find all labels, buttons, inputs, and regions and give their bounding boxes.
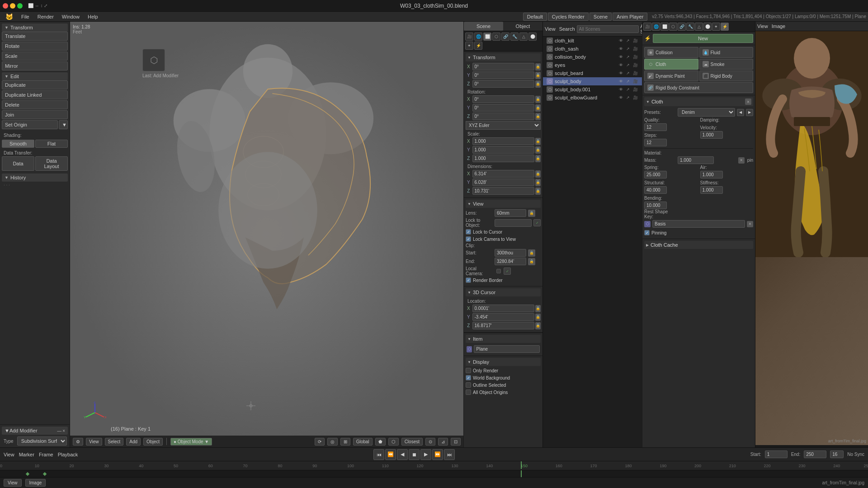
mass-close[interactable]: × — [738, 157, 745, 164]
outliner-eye-0[interactable]: 👁 — [618, 38, 624, 44]
playhead[interactable] — [521, 461, 522, 469]
prop-tab-modifiers[interactable]: 🔧 — [510, 33, 519, 41]
outliner-item-eyes[interactable]: ⬡ eyes 👁 ↗ 🎥 — [543, 61, 642, 69]
presets-next[interactable]: ▶ — [746, 109, 753, 116]
timeline-frame-label[interactable]: Frame — [39, 452, 53, 457]
outliner-item-sculpt-body-001[interactable]: ⬡ sculpt_body.001 👁 ↗ 🎥 — [543, 85, 642, 94]
render-border-check[interactable] — [466, 277, 471, 283]
jump-end-button[interactable]: ⏭ — [444, 449, 455, 460]
add-modifier-header[interactable]: ▼ Add Modifier — × — [2, 427, 68, 435]
outliner-item-sculpt-beard[interactable]: ⬡ sculpt_beard 👁 ↗ 🎥 — [543, 69, 642, 77]
phys-tab-10[interactable]: ⚡ — [721, 23, 729, 31]
minimize-button[interactable] — [10, 3, 15, 9]
step-forward-button[interactable]: ⏩ — [432, 449, 443, 460]
lock-camera-check[interactable] — [466, 236, 471, 242]
outliner-cursor-6[interactable]: ↗ — [625, 86, 631, 93]
reverse-play-button[interactable]: ◀ — [397, 449, 408, 460]
outliner-item-sculpt-elbow[interactable]: ⬡ sculpt_elbowGuard 👁 ↗ 🎥 — [543, 94, 642, 102]
outliner-cursor-5[interactable]: ↗ — [625, 78, 631, 84]
scale-x-input[interactable] — [472, 137, 534, 145]
jump-start-button[interactable]: ⏮ — [373, 449, 384, 460]
prop-tab-object[interactable]: ⬡ — [492, 33, 500, 41]
phys-tab-5[interactable]: 🔗 — [678, 23, 686, 31]
rot-y-input[interactable] — [472, 104, 534, 112]
outliner-eye-5[interactable]: 👁 — [618, 78, 624, 84]
scene-tab[interactable]: Scene — [464, 22, 503, 31]
only-render-check[interactable] — [466, 368, 471, 373]
blender-logo[interactable]: 🐱 — [2, 12, 17, 21]
loc-x-input[interactable] — [472, 63, 534, 70]
rest-shape-close[interactable]: × — [747, 221, 753, 227]
cursor-z-input[interactable] — [472, 322, 534, 329]
flat-button[interactable]: Flat — [35, 140, 68, 148]
dim-z-input[interactable] — [472, 187, 534, 195]
prop-tab-particles[interactable]: ✦ — [465, 42, 473, 50]
prop-tab-constraints[interactable]: 🔗 — [501, 33, 509, 41]
phys-tab-1[interactable]: 🎥 — [643, 23, 651, 31]
dim-x-input[interactable] — [472, 170, 534, 178]
rigid-body-constraint-button[interactable]: 🔗 Rigid Body Constraint — [644, 82, 753, 93]
outliner-cursor-3[interactable]: ↗ — [625, 62, 631, 68]
viewport-object-button[interactable]: Object — [143, 438, 163, 446]
play-button[interactable]: ▶ — [420, 449, 431, 460]
edit-header[interactable]: Edit — [2, 72, 68, 80]
local-camera-check[interactable]: ✓ — [504, 267, 511, 275]
outliner-cursor-0[interactable]: ↗ — [625, 38, 631, 44]
layout-selector[interactable]: Default — [523, 13, 547, 21]
loc-x-lock[interactable]: 🔒 — [535, 63, 541, 70]
outliner-render-1[interactable]: 🎥 — [632, 46, 638, 52]
scene-selector[interactable]: Scene — [590, 13, 612, 21]
local-camera-box[interactable] — [496, 269, 501, 273]
set-origin-button[interactable]: Set Origin — [2, 120, 58, 129]
cursor-x-input[interactable] — [472, 305, 534, 312]
delete-button[interactable]: Delete — [2, 100, 68, 109]
stiffness-input[interactable] — [700, 186, 723, 194]
presets-prev[interactable]: ◀ — [737, 109, 744, 116]
closest-button[interactable]: Closest — [401, 438, 423, 446]
start-frame-input[interactable] — [765, 450, 788, 458]
rot-x-input[interactable] — [472, 95, 534, 103]
rest-shape-input[interactable] — [652, 220, 745, 228]
scale-x-lock[interactable]: 🔒 — [535, 138, 541, 145]
viewport-icon-1[interactable]: ⟳ — [315, 438, 325, 446]
viewport-canvas[interactable]: Ins: 1.28 Feet ⬡ Last: Add Modifier — [70, 22, 463, 447]
timeline-view-label[interactable]: View — [4, 452, 14, 457]
stop-button[interactable]: ⏹ — [409, 449, 420, 460]
phys-tab-6[interactable]: 🔧 — [686, 23, 694, 31]
dim-z-lock[interactable]: 🔒 — [535, 188, 541, 195]
new-physics-button[interactable]: New — [653, 34, 753, 43]
phys-tab-7[interactable]: △ — [695, 23, 703, 31]
rigid-body-button[interactable]: ⬛ Rigid Body — [699, 70, 754, 81]
scale-y-input[interactable] — [472, 146, 534, 154]
anim-player[interactable]: Anim Player — [613, 13, 647, 21]
outliner-item-cloth-kilt[interactable]: ⬡ cloth_kilt 👁 ↗ 🎥 — [543, 37, 642, 45]
outliner-search-input[interactable] — [577, 25, 639, 33]
scale-z-input[interactable] — [472, 155, 534, 162]
viewport-icon-7[interactable]: ⊡ — [451, 438, 461, 446]
smooth-button[interactable]: Smooth — [2, 140, 34, 148]
prop-tab-render[interactable]: 🎥 — [465, 33, 473, 41]
prop-tab-physics[interactable]: ⚡ — [474, 42, 482, 50]
structural-input[interactable] — [644, 186, 667, 194]
prop-tab-materials[interactable]: ⚪ — [528, 33, 537, 41]
timeline-track[interactable] — [0, 470, 868, 477]
fluid-button[interactable]: 💧 Fluid — [699, 47, 754, 58]
viewport-icon-2[interactable]: ◎ — [327, 438, 338, 446]
viewport-icon-4[interactable]: ⬟ — [375, 438, 386, 446]
viewport-add-button[interactable]: Add — [126, 438, 141, 446]
smoke-button[interactable]: ☁ Smoke — [699, 59, 754, 70]
prop-tab-world[interactable]: ⬜ — [483, 33, 491, 41]
viewport-icon-5[interactable]: ⬡ — [388, 438, 399, 446]
object-mode-button[interactable]: ● Object Mode ▼ — [170, 438, 212, 446]
history-header[interactable]: History — [2, 174, 68, 182]
mirror-button[interactable]: Mirror — [2, 61, 68, 70]
viewport[interactable]: Ins: 1.28 Feet ⬡ Last: Add Modifier — [70, 22, 463, 447]
join-button[interactable]: Join — [2, 110, 68, 119]
loc-y-input[interactable] — [472, 71, 534, 79]
mode-selector[interactable]: Cycles Render — [548, 13, 589, 21]
cursor-x-lock[interactable]: 🔒 — [535, 305, 541, 312]
cursor-header[interactable]: 3D Cursor — [466, 288, 541, 296]
outliner-item-collision-body[interactable]: ⬡ collision_body 👁 ↗ 🎥 — [543, 53, 642, 61]
cloth-close-button[interactable]: × — [745, 99, 751, 105]
outliner-render-2[interactable]: 🎥 — [632, 54, 638, 60]
